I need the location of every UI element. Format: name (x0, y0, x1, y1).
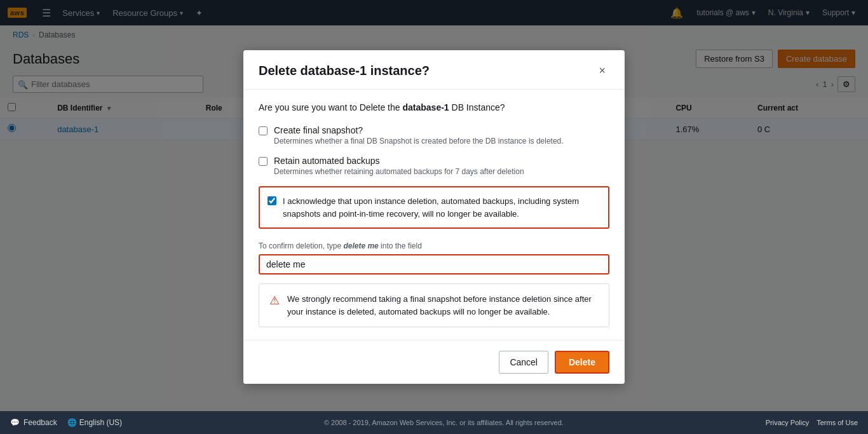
delete-modal: Delete database-1 instance? × Are you su… (243, 50, 625, 384)
acknowledge-text: I acknowledge that upon instance deletio… (283, 195, 600, 220)
modal-body: Are you sure you want to Delete the data… (243, 90, 625, 340)
language-button[interactable]: 🌐 English (US) (67, 418, 122, 427)
create-snapshot-checkbox[interactable] (259, 126, 268, 135)
retain-backups-label: Retain automated backups (274, 156, 524, 166)
delete-button[interactable]: Delete (555, 351, 609, 374)
acknowledge-checkbox[interactable] (268, 196, 276, 205)
modal-question: Are you sure you want to Delete the data… (259, 102, 609, 112)
confirm-label: To confirm deletion, type delete me into… (259, 241, 609, 250)
modal-footer: Cancel Delete (243, 340, 625, 384)
create-snapshot-label: Create final snapshot? (274, 125, 564, 135)
feedback-chat-icon: 💬 (10, 418, 20, 427)
terms-of-use-link[interactable]: Terms of Use (817, 419, 858, 426)
retain-backups-sublabel: Determines whether retaining automated b… (274, 167, 524, 176)
retain-backups-checkbox[interactable] (259, 157, 268, 166)
create-snapshot-sublabel: Determines whether a final DB Snapshot i… (274, 137, 564, 146)
feedback-button[interactable]: 💬 Feedback (10, 418, 57, 427)
retain-backups-label-wrap: Retain automated backups Determines whet… (274, 156, 524, 176)
globe-icon: 🌐 (67, 418, 77, 427)
warning-box: ⚠ We strongly recommend taking a final s… (259, 283, 609, 327)
warning-text: We strongly recommend taking a final sna… (287, 293, 599, 318)
modal-title: Delete database-1 instance? (259, 64, 430, 78)
modal-backdrop: Delete database-1 instance? × Are you su… (0, 0, 868, 434)
confirm-delete-input[interactable] (259, 254, 609, 275)
retain-backups-row: Retain automated backups Determines whet… (259, 156, 609, 176)
warning-icon: ⚠ (269, 294, 280, 308)
cancel-button[interactable]: Cancel (499, 351, 548, 374)
modal-header: Delete database-1 instance? × (243, 50, 625, 90)
bottom-bar: 💬 Feedback 🌐 English (US) © 2008 - 2019,… (0, 411, 868, 434)
create-snapshot-label-wrap: Create final snapshot? Determines whethe… (274, 125, 564, 146)
copyright: © 2008 - 2019, Amazon Web Services, Inc.… (122, 419, 766, 426)
create-snapshot-row: Create final snapshot? Determines whethe… (259, 125, 609, 146)
acknowledge-row: I acknowledge that upon instance deletio… (259, 186, 609, 229)
privacy-policy-link[interactable]: Privacy Policy (766, 419, 809, 426)
modal-close-button[interactable]: × (595, 63, 609, 79)
bottom-left: 💬 Feedback 🌐 English (US) (10, 418, 122, 427)
bottom-right: Privacy Policy Terms of Use (766, 419, 858, 426)
